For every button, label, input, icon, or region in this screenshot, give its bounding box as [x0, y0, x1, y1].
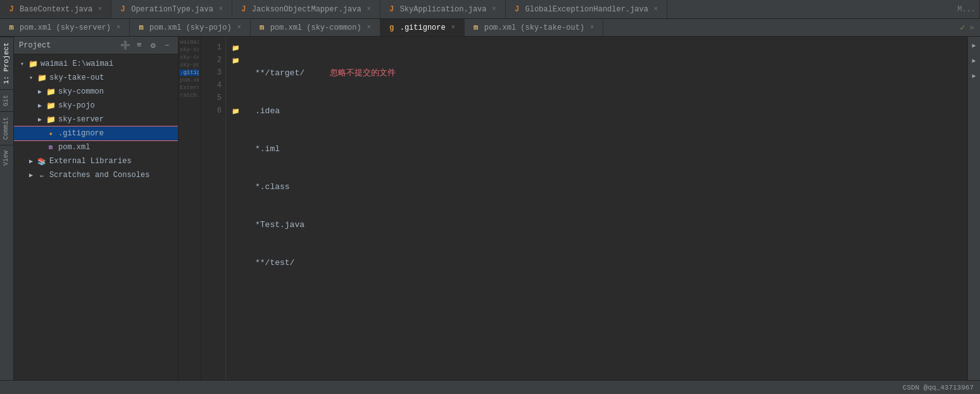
add-btn[interactable]: ➕ — [120, 40, 131, 51]
side-label-view[interactable]: View — [0, 145, 13, 171]
tab-pom-common[interactable]: m pom.xml (sky-common) × — [251, 19, 380, 36]
tab-more[interactable]: M... — [953, 0, 980, 18]
xml-icon: m — [6, 23, 16, 33]
tab-bar-row2: m pom.xml (sky-server) × m pom.xml (sky-… — [0, 19, 980, 37]
arrow-icon — [35, 129, 44, 138]
tab-label: pom.xml (sky-take-out) — [484, 23, 584, 32]
tab-close-btn[interactable]: × — [235, 23, 244, 32]
tree-item-gitignore[interactable]: ⬥ .gitignore — [14, 126, 178, 140]
code-text: *.class — [255, 181, 290, 194]
arrow-icon — [35, 143, 44, 152]
line-num-5: 5 — [201, 92, 222, 105]
tab-close-btn[interactable]: × — [365, 23, 374, 32]
tree-item-sky-pojo[interactable]: ▶ 📁 sky-pojo — [14, 99, 178, 113]
code-text: *Test.java — [255, 219, 305, 231]
tree-item-pom[interactable]: m pom.xml — [14, 140, 178, 154]
gutter: 📁 📁 📁 — [226, 37, 245, 380]
code-content[interactable]: **/target/ 忽略不提交的文件 .idea *.iml *.class … — [245, 37, 967, 380]
gutter-marker: 📁 — [232, 108, 239, 115]
tab-close-btn[interactable]: × — [96, 5, 104, 14]
arrow-icon: ▶ — [35, 101, 44, 110]
tab-label: pom.xml (sky-server) — [20, 23, 111, 32]
checkmark-icon: ✓ — [960, 22, 965, 33]
code-text: **/test/ — [255, 257, 294, 269]
gutter-marker: 📁 — [232, 57, 239, 65]
tree-label: pom.xml — [57, 143, 178, 152]
tab-label: OperationType.java — [131, 5, 213, 14]
tab-close-btn[interactable]: × — [449, 23, 458, 32]
tab-pom-server[interactable]: m pom.xml (sky-server) × — [0, 19, 130, 36]
tab-operation-type[interactable]: J OperationType.java × — [111, 0, 232, 18]
minimap-panel: waimai sky-ta... sky-co... sky-po... .gi… — [179, 37, 201, 380]
side-label-commit[interactable]: Commit — [0, 111, 13, 145]
tree-label: sky-common — [57, 87, 178, 96]
tab-close-btn[interactable]: × — [651, 5, 660, 14]
right-panel-strip: ▶ ▶ ▶ — [967, 37, 980, 380]
tree-item-sky-server[interactable]: ▶ 📁 sky-server — [14, 113, 178, 126]
arrow-icon: ▶ — [35, 115, 44, 124]
minimap-item: Extern... — [180, 85, 199, 91]
line-num-1: 1 — [201, 42, 222, 54]
tab-bar-row1: J BaseContext.java × J OperationType.jav… — [0, 0, 980, 19]
tab-close-btn[interactable]: × — [587, 23, 596, 32]
tree-item-scratches[interactable]: ▶ ✏ Scratches and Consoles — [14, 168, 178, 182]
panel-actions: ➕ ≡ ⚙ – — [120, 40, 173, 51]
line-numbers: 1 2 3 4 5 6 — [201, 37, 226, 380]
right-btn-2[interactable]: ▶ — [969, 56, 979, 66]
tree-label: .gitignore — [57, 129, 178, 138]
tab-label: BaseContext.java — [20, 5, 92, 14]
code-text: .idea — [255, 105, 280, 118]
tab-close-btn[interactable]: × — [365, 5, 374, 14]
code-text: *.iml — [255, 143, 280, 156]
side-label-project[interactable]: 1: Project — [0, 37, 13, 89]
tree-label: sky-take-out — [48, 73, 178, 82]
tree-item-waimai[interactable]: ▾ 📁 waimai E:\waimai — [14, 57, 178, 71]
scratch-icon: ✏ — [37, 170, 47, 180]
line-num-6: 6 — [201, 105, 222, 118]
lib-icon: 📚 — [37, 156, 47, 166]
tab-pom-takeout[interactable]: m pom.xml (sky-take-out) × — [465, 19, 603, 36]
tab-close-btn[interactable]: × — [114, 23, 123, 32]
tab-global-exception[interactable]: J GlobalExceptionHandler.java × — [506, 0, 667, 18]
left-side-strip: 1: Project Git Commit View — [0, 37, 14, 380]
code-line-4: *.class — [255, 181, 957, 194]
folder-icon: 📁 — [28, 59, 38, 69]
tab-label: JacksonObjectMapper.java — [252, 5, 361, 14]
minimap-item: waimai — [180, 39, 199, 46]
tab-pom-pojo[interactable]: m pom.xml (sky-pojo) × — [130, 19, 251, 36]
list-btn[interactable]: ≡ — [134, 40, 145, 51]
tree-item-sky-common[interactable]: ▶ 📁 sky-common — [14, 85, 178, 99]
tab-sky-application[interactable]: J SkyApplication.java × — [380, 0, 506, 18]
tree-area[interactable]: ▾ 📁 waimai E:\waimai ▾ 📁 sky-take-out ▶ … — [14, 54, 178, 380]
tree-item-external-libs[interactable]: ▶ 📚 External Libraries — [14, 154, 178, 168]
right-btn-1[interactable]: ▶ — [969, 40, 979, 51]
xml-icon: m — [136, 23, 146, 33]
minimap-item: sky-co... — [180, 54, 199, 61]
arrow-icon: ▾ — [18, 59, 27, 68]
tab-close-btn[interactable]: × — [490, 5, 499, 14]
minimize-btn[interactable]: – — [161, 40, 173, 51]
tab-label: SkyApplication.java — [400, 5, 487, 14]
line-num-2: 2 — [201, 54, 222, 67]
right-btn-3[interactable]: ▶ — [969, 71, 979, 81]
tab-gitignore[interactable]: g .gitignore × — [380, 19, 465, 36]
tab-base-context[interactable]: J BaseContext.java × — [0, 0, 111, 18]
tab-label: GlobalExceptionHandler.java — [525, 5, 648, 14]
tab-label: pom.xml (sky-pojo) — [149, 23, 232, 32]
folder-icon: 📁 — [46, 101, 56, 111]
minimap-item: sky-ta... — [180, 47, 199, 53]
tab-jackson[interactable]: J JacksonObjectMapper.java × — [232, 0, 380, 18]
code-editor[interactable]: 1 2 3 4 5 6 📁 📁 📁 — [201, 37, 967, 380]
java-icon: J — [118, 4, 128, 15]
tree-item-sky-take-out[interactable]: ▾ 📁 sky-take-out — [14, 71, 178, 85]
side-label-git[interactable]: Git — [0, 89, 13, 111]
java-icon: J — [6, 4, 16, 15]
java-icon: J — [512, 4, 522, 15]
tree-label: sky-server — [57, 115, 178, 124]
tab-close-btn[interactable]: × — [217, 5, 225, 14]
git-file-icon: ⬥ — [46, 128, 56, 139]
folder-icon: 📁 — [46, 114, 56, 125]
watermark: CSDN @qq_43713967 — [903, 384, 974, 391]
settings-btn[interactable]: ⚙ — [148, 40, 159, 51]
collapse-btn[interactable]: ▶ — [971, 23, 975, 32]
